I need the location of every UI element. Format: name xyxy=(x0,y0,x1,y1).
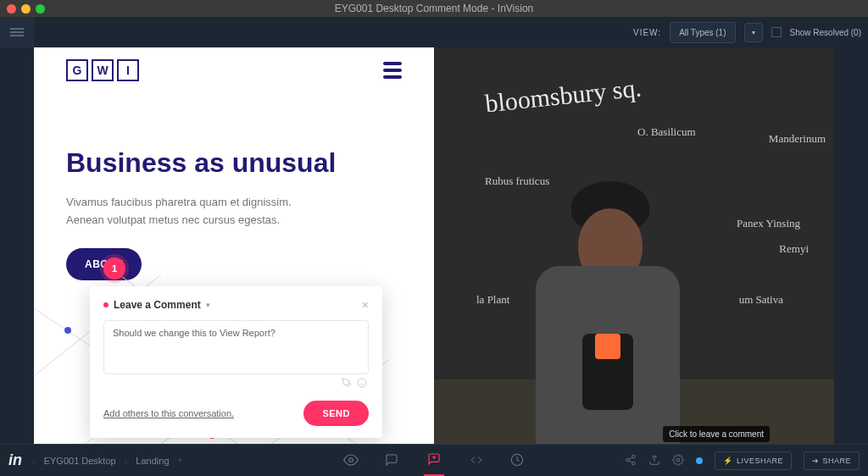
gwi-logo: G W I xyxy=(66,59,139,81)
mock-right-photo: bloomsbury sq. O. Basilicum Manderinum R… xyxy=(434,47,834,444)
logo-letter: I xyxy=(117,59,139,81)
sketch-icon[interactable] xyxy=(342,378,352,390)
type-filter-caret[interactable]: ▾ xyxy=(744,23,763,42)
mac-titlebar: EYG001 Desktop Comment Mode - InVision xyxy=(0,0,868,17)
svg-point-21 xyxy=(626,458,630,462)
send-button[interactable]: SEND xyxy=(303,401,369,426)
comment-title: Leave a Comment xyxy=(114,299,201,311)
svg-point-13 xyxy=(358,379,366,387)
view-label: VIEW: xyxy=(633,28,661,37)
svg-point-22 xyxy=(632,462,636,465)
svg-point-26 xyxy=(677,458,681,462)
liveshare-button[interactable]: ⚡LIVESHARE xyxy=(715,451,792,470)
comment-popover: Leave a Comment ▾ × Should we change thi… xyxy=(90,286,382,438)
comment-marker[interactable]: 1 xyxy=(103,257,125,280)
svg-line-23 xyxy=(629,457,632,458)
bottom-toolbar: in › EYG001 Desktop › Landing ▾ ⚡LIVESHA… xyxy=(0,444,868,476)
breadcrumb-screen[interactable]: Landing xyxy=(134,452,170,469)
invision-logo[interactable]: in xyxy=(8,451,22,469)
chevron-down-icon: ▾ xyxy=(752,29,755,36)
mock-screen[interactable]: G W I Business as unusual Vivamus faucib… xyxy=(34,47,834,444)
logo-letter: G xyxy=(66,59,88,81)
chalk-text: la Plant xyxy=(476,293,509,307)
breadcrumb-project[interactable]: EYG001 Desktop xyxy=(42,452,118,469)
canvas-area[interactable]: G W I Business as unusual Vivamus faucib… xyxy=(0,47,868,444)
share-button[interactable]: ➔SHARE xyxy=(804,451,860,470)
hamburger-menu-button[interactable] xyxy=(0,17,34,47)
show-resolved-label: Show Resolved (0) xyxy=(790,28,861,37)
app-topbar: VIEW: All Types (1) ▾ Show Resolved (0) xyxy=(0,17,868,47)
share-link-icon[interactable] xyxy=(625,454,637,468)
hint-tooltip: Click to leave a comment xyxy=(663,426,770,442)
comment-mode-icon[interactable] xyxy=(424,444,444,476)
emoji-icon[interactable] xyxy=(357,378,367,390)
mock-menu-icon[interactable] xyxy=(383,62,402,79)
svg-point-6 xyxy=(64,327,71,334)
close-icon[interactable]: × xyxy=(362,298,369,312)
build-mode-icon[interactable] xyxy=(383,451,400,468)
inspect-mode-icon[interactable] xyxy=(468,451,485,468)
headline: Business as unusual xyxy=(66,147,402,179)
chalk-text: Remyi xyxy=(779,242,809,256)
chalk-text: um Sativa xyxy=(739,293,783,307)
comment-text: Should we change this to View Report? xyxy=(113,328,275,338)
svg-line-24 xyxy=(629,460,632,462)
chalk-text: Manderinum xyxy=(769,132,826,146)
breadcrumb: › EYG001 Desktop › Landing ▾ xyxy=(32,452,181,469)
mock-left-panel: G W I Business as unusual Vivamus faucib… xyxy=(34,47,434,444)
chalk-text: O. Basilicum xyxy=(637,125,696,139)
comment-textarea[interactable]: Should we change this to View Report? xyxy=(103,320,369,374)
body-paragraph: Vivamus faucibus pharetra quam et dignis… xyxy=(66,194,303,230)
person-illustration xyxy=(510,181,705,444)
add-others-link[interactable]: Add others to this conversation. xyxy=(103,408,234,418)
logo-letter: W xyxy=(92,59,114,81)
history-mode-icon[interactable] xyxy=(509,451,526,468)
show-resolved-checkbox[interactable] xyxy=(771,27,782,37)
mode-switcher xyxy=(342,444,526,476)
preview-mode-icon[interactable] xyxy=(342,451,359,468)
type-filter-value: All Types (1) xyxy=(679,28,726,37)
svg-point-16 xyxy=(349,458,353,462)
comment-type-dot-icon xyxy=(103,302,108,307)
chalk-text: Panex Yinsing xyxy=(737,217,800,230)
svg-point-20 xyxy=(632,455,636,458)
window-title: EYG001 Desktop Comment Mode - InVision xyxy=(0,3,868,14)
type-filter-dropdown[interactable]: All Types (1) xyxy=(670,22,735,43)
download-icon[interactable] xyxy=(648,454,660,468)
gear-icon[interactable] xyxy=(672,454,684,468)
chevron-down-icon[interactable]: ▾ xyxy=(206,301,210,309)
presence-status-icon[interactable] xyxy=(696,457,703,464)
chalk-banner: bloomsbury sq. xyxy=(484,73,643,118)
